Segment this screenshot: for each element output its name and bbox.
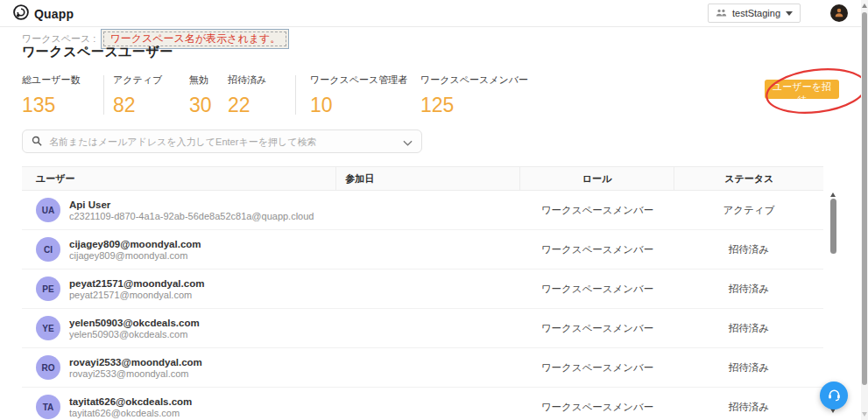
divider bbox=[103, 75, 104, 115]
user-avatar[interactable] bbox=[830, 4, 848, 22]
table-row[interactable]: CI cijagey809@moondyal.com cijagey809@mo… bbox=[22, 230, 823, 270]
table-row[interactable]: TA tayitat626@okcdeals.com tayitat626@ok… bbox=[22, 388, 823, 420]
user-stats: 総ユーザー数 135 アクティブ 82 無効 30 招待済み 22 ワークスペー… bbox=[0, 74, 631, 119]
workspace-switcher-label: testStaging bbox=[732, 8, 780, 18]
user-role: ワークスペースメンバー bbox=[520, 283, 674, 296]
users-table: ユーザー 参加日 ロール ステータス UA Api User c2321109-… bbox=[22, 166, 823, 420]
quapp-logo-icon bbox=[12, 4, 30, 24]
user-cell: TA tayitat626@okcdeals.com tayitat626@ok… bbox=[22, 395, 336, 419]
stat-workspace-members: ワークスペースメンバー 125 bbox=[420, 74, 528, 117]
user-role: ワークスペースメンバー bbox=[520, 243, 674, 256]
table-row[interactable]: PE peyat21571@moondyal.com peyat21571@mo… bbox=[22, 270, 823, 309]
user-email: c2321109-d870-4a1a-92ab-56de8a52c81a@qua… bbox=[69, 211, 314, 221]
stat-invited: 招待済み 22 bbox=[228, 74, 266, 117]
scroll-up-arrow-icon[interactable] bbox=[830, 192, 836, 197]
app-window: Quapp testStaging bbox=[0, 0, 868, 420]
user-cell: CI cijagey809@moondyal.com cijagey809@mo… bbox=[22, 237, 336, 262]
user-status: アクティブ bbox=[674, 204, 823, 217]
stat-active: アクティブ 82 bbox=[113, 74, 162, 117]
column-header-status: ステータス bbox=[674, 167, 823, 190]
user-name: peyat21571@moondyal.com bbox=[69, 278, 204, 289]
user-name: cijagey809@moondyal.com bbox=[69, 239, 201, 249]
user-cell: YE yelen50903@okcdeals.com yelen50903@ok… bbox=[22, 316, 336, 340]
user-status: 招待済み bbox=[674, 401, 823, 414]
user-status: 招待済み bbox=[674, 322, 823, 335]
divider bbox=[295, 75, 296, 115]
user-email: peyat21571@moondyal.com bbox=[69, 290, 204, 300]
stat-workspace-admins: ワークスペース管理者 10 bbox=[310, 74, 407, 117]
user-email: yelen50903@okcdeals.com bbox=[69, 329, 200, 340]
search-bar bbox=[22, 130, 422, 153]
user-cell: RO rovayi2533@moondyal.com rovayi2533@mo… bbox=[22, 355, 336, 380]
search-input[interactable] bbox=[47, 136, 398, 148]
user-initials-avatar: TA bbox=[36, 395, 60, 419]
stat-disabled: 無効 30 bbox=[189, 74, 212, 117]
user-name: rovayi2533@moondyal.com bbox=[69, 357, 202, 368]
user-initials-avatar: CI bbox=[36, 237, 60, 262]
brand-logo[interactable]: Quapp bbox=[12, 4, 74, 24]
scroll-up-arrow-icon[interactable] bbox=[862, 4, 867, 8]
table-row[interactable]: YE yelen50903@okcdeals.com yelen50903@ok… bbox=[22, 309, 823, 348]
support-fab-button[interactable] bbox=[820, 382, 848, 410]
page-title: ワークスペースユーザー bbox=[22, 44, 173, 60]
user-initials-avatar: PE bbox=[36, 276, 60, 301]
user-status: 招待済み bbox=[674, 283, 823, 296]
column-header-role: ロール bbox=[519, 167, 674, 190]
user-email: rovayi2533@moondyal.com bbox=[69, 368, 202, 379]
user-role: ワークスペースメンバー bbox=[520, 361, 674, 374]
workspace-switcher[interactable]: testStaging bbox=[708, 4, 801, 23]
user-status: 招待済み bbox=[674, 243, 823, 256]
user-name: Api User bbox=[69, 200, 314, 210]
user-initials-avatar: RO bbox=[36, 355, 60, 380]
page-scrollbar[interactable] bbox=[861, 0, 868, 420]
table-row[interactable]: UA Api User c2321109-d870-4a1a-92ab-56de… bbox=[22, 191, 823, 230]
table-header: ユーザー 参加日 ロール ステータス bbox=[22, 166, 823, 191]
user-email: tayitat626@okcdeals.com bbox=[69, 408, 192, 418]
user-status: 招待済み bbox=[674, 361, 823, 374]
user-initials-avatar: UA bbox=[36, 198, 60, 222]
table-row[interactable]: RO rovayi2533@moondyal.com rovayi2533@mo… bbox=[22, 348, 823, 388]
headset-icon bbox=[827, 388, 842, 404]
page-scrollbar-thumb[interactable] bbox=[862, 12, 867, 385]
column-header-join-date: 参加日 bbox=[335, 167, 519, 190]
user-initials-avatar: YE bbox=[36, 316, 60, 340]
column-header-user: ユーザー bbox=[22, 172, 335, 186]
user-email: cijagey809@moondyal.com bbox=[69, 250, 201, 261]
user-role: ワークスペースメンバー bbox=[520, 401, 674, 414]
search-icon bbox=[32, 134, 42, 150]
user-name: tayitat626@okcdeals.com bbox=[69, 396, 192, 407]
top-bar: Quapp testStaging bbox=[0, 0, 868, 27]
user-name: yelen50903@okcdeals.com bbox=[69, 318, 200, 328]
table-scrollbar-thumb[interactable] bbox=[830, 199, 836, 254]
person-icon bbox=[833, 6, 845, 21]
user-role: ワークスペースメンバー bbox=[520, 204, 674, 217]
stat-total-users: 総ユーザー数 135 bbox=[22, 74, 81, 117]
scroll-down-arrow-icon[interactable] bbox=[862, 412, 867, 416]
user-cell: UA Api User c2321109-d870-4a1a-92ab-56de… bbox=[22, 198, 336, 222]
user-cell: PE peyat21571@moondyal.com peyat21571@mo… bbox=[22, 276, 336, 301]
chevron-down-icon[interactable] bbox=[403, 134, 413, 150]
invite-user-button[interactable]: ユーザーを招待 bbox=[765, 80, 839, 99]
table-scrollbar[interactable] bbox=[830, 191, 836, 413]
group-icon bbox=[716, 8, 727, 19]
brand-name: Quapp bbox=[34, 7, 74, 21]
chevron-down-icon bbox=[786, 11, 793, 16]
user-role: ワークスペースメンバー bbox=[520, 322, 674, 335]
